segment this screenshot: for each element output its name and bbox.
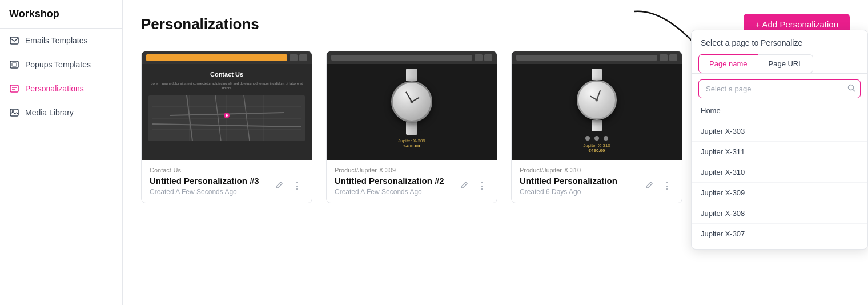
- card-2-thumbnail: Jupiter X-309 €490.00: [327, 51, 497, 160]
- svg-rect-6: [10, 109, 18, 116]
- svg-rect-1: [10, 61, 18, 68]
- image-icon: [9, 107, 19, 118]
- dropdown-list-item[interactable]: Jupiter X-311: [692, 142, 867, 162]
- card-1-more-button[interactable]: ⋮: [290, 179, 304, 192]
- dropdown-list-item[interactable]: Jupiter X-303: [692, 121, 867, 142]
- dropdown-list-item[interactable]: Home: [692, 101, 867, 121]
- email-icon: [9, 35, 19, 46]
- dropdown-list-item[interactable]: Jupiter X-309: [692, 183, 867, 203]
- dropdown-tabs: Page name Page URL: [692, 47, 867, 74]
- page-title: Personalizations: [141, 15, 259, 33]
- personalizations-icon: [9, 83, 19, 94]
- card-1-date: Created A Few Seconds Ago: [150, 188, 259, 196]
- card-3-edit-button[interactable]: [643, 179, 656, 192]
- sidebar-header: Workshop: [0, 0, 122, 29]
- card-2-date: Created A Few Seconds Ago: [335, 188, 444, 196]
- dropdown-list-item[interactable]: Jupiter X-310: [692, 162, 867, 183]
- card-2-more-button[interactable]: ⋮: [475, 179, 489, 192]
- card-1-title: Untitled Personalization #3: [150, 176, 259, 186]
- svg-point-23: [849, 85, 854, 90]
- dropdown-list-item[interactable]: Jupiter X-307: [692, 224, 867, 244]
- dropdown-list-item[interactable]: Jupiter X-306: [692, 244, 867, 249]
- card-1-edit-button[interactable]: [273, 179, 286, 192]
- sidebar-item-popups-templates[interactable]: Popups Templates: [0, 53, 122, 77]
- main-content: Personalizations + Add Personalization C…: [123, 0, 868, 305]
- dropdown-search-container: [698, 79, 861, 98]
- sidebar-item-personalizations[interactable]: Personalizations: [0, 77, 122, 101]
- sidebar-item-media-library[interactable]: Media Library: [0, 101, 122, 125]
- svg-line-24: [853, 90, 855, 92]
- sidebar-item-label-personalizations: Personalizations: [25, 84, 84, 93]
- card-3-title: Untitled Personalization: [520, 176, 617, 186]
- card-1-page-label: Contact-Us: [150, 167, 304, 174]
- popup-icon: [9, 59, 19, 70]
- sidebar-item-label-media: Media Library: [25, 108, 74, 117]
- card-2-title: Untitled Personalization #2: [335, 176, 444, 186]
- card-2: Jupiter X-309 €490.00 Product/Jupiter-X-…: [326, 51, 497, 203]
- sidebar-item-label-emails: Emails Templates: [25, 36, 87, 45]
- dropdown-list: HomeJupiter X-303Jupiter X-311Jupiter X-…: [692, 101, 867, 249]
- tab-page-name[interactable]: Page name: [698, 54, 758, 73]
- sidebar-item-label-popups: Popups Templates: [25, 60, 91, 69]
- card-3-footer: Untitled Personalization Created 6 Days …: [520, 176, 674, 196]
- card-1-footer: Untitled Personalization #3 Created A Fe…: [150, 176, 304, 196]
- dropdown-panel: Select a page to Personalize Page name P…: [691, 30, 868, 250]
- card-1: Contact Us Lorem ipsum dolor sit amet co…: [141, 51, 312, 203]
- card-1-thumbnail: Contact Us Lorem ipsum dolor sit amet co…: [142, 51, 312, 160]
- dropdown-list-item[interactable]: Jupiter X-308: [692, 203, 867, 224]
- card-1-body: Contact-Us Untitled Personalization #3 C…: [142, 160, 312, 203]
- svg-rect-2: [12, 63, 17, 66]
- sidebar-item-emails-templates[interactable]: Emails Templates: [0, 29, 122, 53]
- card-3-more-button[interactable]: ⋮: [660, 179, 674, 192]
- card-3-page-label: Product/Jupiter-X-310: [520, 167, 674, 174]
- svg-point-7: [12, 110, 14, 112]
- svg-rect-3: [10, 85, 18, 92]
- card-3-body: Product/Jupiter-X-310 Untitled Personali…: [512, 160, 682, 203]
- card-3-thumbnail: Jupiter X-310 €490.00: [512, 51, 682, 160]
- card-2-body: Product/Jupiter-X-309 Untitled Personali…: [327, 160, 497, 203]
- card-3-date: Created 6 Days Ago: [520, 188, 617, 196]
- svg-point-21: [226, 114, 228, 117]
- card-3: Jupiter X-310 €490.00 Product/Jupiter-X-…: [511, 51, 682, 203]
- card-2-footer: Untitled Personalization #2 Created A Fe…: [335, 176, 489, 196]
- card-2-edit-button[interactable]: [458, 179, 471, 192]
- dropdown-header: Select a page to Personalize: [692, 30, 867, 47]
- card-2-page-label: Product/Jupiter-X-309: [335, 167, 489, 174]
- sidebar: Workshop Emails Templates Popups Templat…: [0, 0, 123, 305]
- tab-page-url[interactable]: Page URL: [758, 54, 814, 73]
- dropdown-search-input[interactable]: [704, 80, 847, 98]
- svg-rect-0: [10, 37, 18, 44]
- search-icon: [847, 84, 855, 94]
